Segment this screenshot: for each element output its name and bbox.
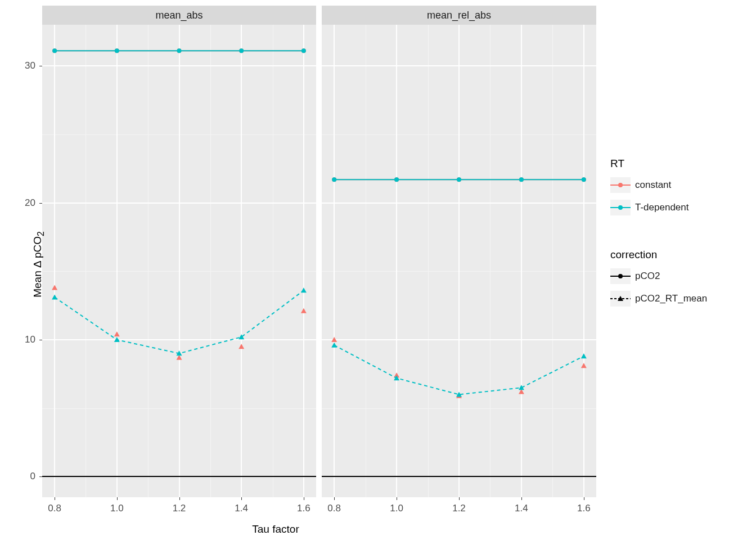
svg-point-41 [618,183,623,187]
x-tick-label: 1.2 [452,503,466,514]
legend-key [610,268,631,284]
svg-marker-10 [52,285,57,290]
svg-marker-15 [52,295,57,300]
panel [322,25,596,497]
x-tick-label: 1.6 [297,503,310,514]
legend-label: pCO2 [635,271,660,282]
svg-point-5 [52,48,57,53]
svg-marker-35 [331,343,337,348]
y-tick-label: 30 [25,60,35,71]
svg-marker-38 [519,385,524,390]
svg-point-43 [618,205,623,210]
svg-point-26 [394,177,399,182]
legend-label: pCO2_RT_mean [635,293,707,304]
legend-label: constant [635,179,671,191]
facet-strip: mean_abs [42,6,316,25]
facet-strip-label: mean_rel_abs [427,10,491,21]
y-tick-label: 0 [30,471,35,482]
y-tick-label: 10 [25,334,35,345]
svg-marker-11 [114,331,120,336]
x-tick-label: 1.0 [110,503,124,514]
svg-marker-30 [331,337,337,342]
svg-point-25 [332,177,336,182]
svg-point-9 [302,48,306,53]
legend-item-constant: constant [610,176,745,195]
legend-item-pco2-rt-mean: pCO2_RT_mean [610,289,745,308]
x-tick-label: 0.8 [48,503,61,514]
y-tick-label: 20 [25,197,35,209]
x-tick-label: 1.0 [390,503,403,514]
legend-rt-title: RT [610,158,745,170]
svg-point-28 [519,177,524,182]
svg-point-27 [457,177,461,182]
x-axis-title: Tau factor [252,523,299,536]
svg-marker-34 [581,363,587,368]
legend-item-pco2: pCO2 [610,267,745,286]
facet-mean-abs: mean_abs [42,6,316,512]
legend-label: T-dependent [635,202,688,213]
svg-marker-16 [114,337,120,342]
legend-key [610,291,631,307]
svg-marker-39 [581,353,587,358]
svg-point-8 [239,48,244,53]
y-axis-title: Mean Δ pCO2 [32,231,46,298]
legend: RT constant T-dependent correction pCO2 … [610,158,745,312]
svg-marker-36 [394,375,399,380]
svg-marker-19 [301,287,307,292]
svg-point-29 [582,177,586,182]
legend-key [610,200,631,215]
svg-point-7 [177,48,182,53]
panel [42,25,316,497]
svg-marker-13 [238,344,244,349]
legend-key [610,177,631,193]
x-tick-label: 1.4 [235,503,248,514]
facet-strip: mean_rel_abs [322,6,596,25]
svg-marker-14 [301,308,307,313]
legend-item-t-dependent: T-dependent [610,198,745,217]
x-tick-label: 0.8 [327,503,341,514]
x-tick-label: 1.6 [577,503,591,514]
svg-point-6 [115,48,119,53]
chart-area: mean_abs mean_rel_abs [42,6,596,512]
facet-strip-label: mean_abs [155,10,202,21]
legend-correction-title: correction [610,249,745,261]
x-tick-label: 1.2 [173,503,186,514]
x-tick-label: 1.4 [515,503,528,514]
facet-mean-rel-abs: mean_rel_abs [322,6,596,512]
svg-point-45 [618,274,623,278]
